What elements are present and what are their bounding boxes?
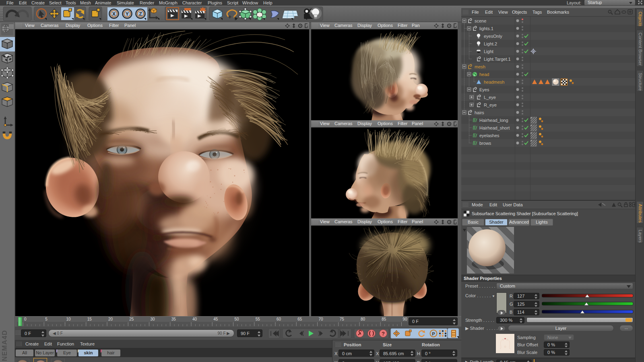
svg-text:60: 60 xyxy=(277,317,281,321)
svg-text:P: P xyxy=(432,331,435,336)
svg-text:?: ? xyxy=(382,331,385,337)
svg-text:headmesh: headmesh xyxy=(484,80,504,84)
svg-text:75: 75 xyxy=(340,317,345,321)
svg-text:70: 70 xyxy=(319,317,324,321)
svg-text:40: 40 xyxy=(192,317,197,321)
svg-text:head: head xyxy=(479,72,489,77)
svg-text:50: 50 xyxy=(235,317,239,321)
svg-text:lights.1: lights.1 xyxy=(479,26,493,31)
svg-text:Light.2: Light.2 xyxy=(484,41,497,46)
svg-text:brows: brows xyxy=(479,141,491,146)
svg-text:35: 35 xyxy=(171,317,176,321)
svg-text:30: 30 xyxy=(151,317,155,321)
svg-text:65: 65 xyxy=(297,317,302,321)
svg-text:Light: Light xyxy=(484,49,493,54)
svg-text:45: 45 xyxy=(213,317,218,321)
svg-text:15: 15 xyxy=(87,317,92,321)
svg-text:55: 55 xyxy=(256,317,260,321)
svg-text:5: 5 xyxy=(45,317,47,321)
svg-text:Eyes: Eyes xyxy=(479,87,489,92)
svg-text:scene: scene xyxy=(475,19,486,23)
svg-text:Light.Target.1: Light.Target.1 xyxy=(484,57,511,62)
svg-text:L_eye: L_eye xyxy=(484,95,496,100)
svg-text:X: X xyxy=(112,11,116,17)
svg-text:80: 80 xyxy=(361,317,365,321)
svg-text:90: 90 xyxy=(403,317,408,321)
svg-text:eyesOnly: eyesOnly xyxy=(484,34,502,39)
svg-text:Z: Z xyxy=(139,11,142,17)
svg-text:20: 20 xyxy=(108,317,113,321)
svg-text:R_eye: R_eye xyxy=(484,103,497,107)
svg-text:Hairhead_long: Hairhead_long xyxy=(479,118,508,123)
svg-text:25: 25 xyxy=(129,317,134,321)
svg-text:mesh: mesh xyxy=(475,64,485,69)
svg-text:0: 0 xyxy=(24,317,27,321)
svg-text:85: 85 xyxy=(382,317,386,321)
svg-text:hairs: hairs xyxy=(475,110,484,115)
svg-text:Hairhead_short: Hairhead_short xyxy=(479,125,510,130)
svg-text:Y: Y xyxy=(126,11,129,17)
svg-text:10: 10 xyxy=(66,317,71,321)
svg-text:eyelashes: eyelashes xyxy=(479,133,500,138)
